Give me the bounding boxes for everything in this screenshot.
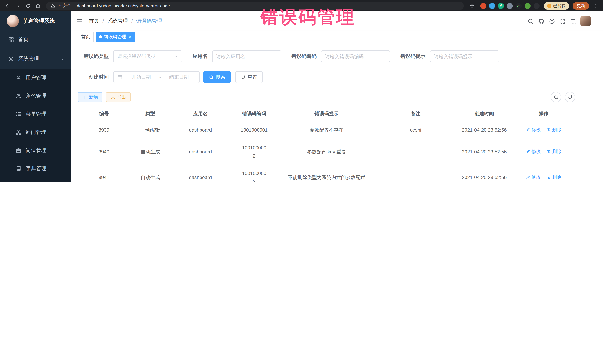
sidebar-item[interactable]: 通知公告: [0, 177, 70, 182]
cell-operations: 修改 删除: [512, 139, 575, 165]
table-header-cell: 类型: [130, 107, 171, 121]
edit-link[interactable]: 修改: [526, 173, 541, 181]
trash-icon: [547, 128, 551, 132]
bookmark-star-icon[interactable]: [468, 2, 476, 10]
header-action-icon[interactable]: [549, 18, 555, 24]
breadcrumb-item[interactable]: 首页 /: [89, 18, 107, 24]
update-button[interactable]: 更新: [573, 2, 589, 10]
sidebar-item[interactable]: 角色管理: [0, 87, 70, 105]
plus-icon: [82, 95, 87, 99]
cell-type: 手动编辑: [130, 121, 171, 139]
extension-icon[interactable]: [480, 3, 486, 9]
table-header-cell: 创建时间: [456, 107, 512, 121]
filter-row-2: 创建时间 开始日期 - 结束日期 搜索: [78, 71, 575, 83]
extension-icon[interactable]: V: [498, 3, 504, 9]
delete-link[interactable]: 删除: [547, 147, 561, 156]
add-button[interactable]: 新增: [78, 92, 103, 102]
cell-app: dashboard: [171, 121, 230, 139]
tab-active-dot: [99, 35, 102, 38]
start-date-placeholder: 开始日期: [125, 74, 158, 80]
header-action-icon[interactable]: [538, 18, 544, 24]
page-content: 错误码类型 请选择错误码类型 应用名 错误码编码: [70, 43, 603, 182]
sidebar-item[interactable]: 用户管理: [0, 69, 70, 87]
sidebar-item[interactable]: 岗位管理: [0, 141, 70, 159]
date-range-picker[interactable]: 开始日期 - 结束日期: [113, 71, 200, 83]
sidebar-item-icon: [8, 56, 14, 62]
sidebar-item-label: 字典管理: [26, 165, 46, 172]
sidebar-item[interactable]: 系统管理: [0, 49, 70, 69]
export-button[interactable]: 导出: [106, 92, 131, 102]
refresh-icon: [241, 75, 246, 79]
delete-link[interactable]: 删除: [547, 126, 561, 134]
header-action-icon[interactable]: [560, 18, 566, 24]
breadcrumb-label: 系统管理: [107, 18, 128, 24]
delete-link[interactable]: 删除: [547, 173, 561, 181]
edit-link[interactable]: 修改: [526, 147, 541, 156]
browser-chrome: 不安全 dashboard.yudao.iocoder.cn/system/er…: [0, 0, 603, 11]
error-code-input[interactable]: [321, 50, 390, 62]
browser-nav-icon[interactable]: [4, 2, 12, 10]
extension-icon[interactable]: [524, 3, 531, 9]
sidebar-item-icon: [16, 75, 22, 81]
show-search-button[interactable]: [551, 92, 561, 102]
sidebar-item[interactable]: 部门管理: [0, 123, 70, 141]
search-button[interactable]: 搜索: [203, 71, 231, 83]
breadcrumb-item[interactable]: 错误码管理 /: [136, 18, 162, 24]
pencil-icon: [526, 149, 530, 154]
view-tab[interactable]: 首页 ×: [78, 32, 93, 42]
extension-icon[interactable]: [507, 3, 513, 9]
sidebar-menu: 首页 系统管理 用户管理 角色管理: [0, 30, 70, 182]
cell-app: dashboard: [171, 139, 230, 165]
error-type-label: 错误码类型: [78, 53, 109, 60]
profile-paused-badge[interactable]: 已暂停: [544, 2, 569, 10]
trash-icon: [547, 175, 551, 179]
cell-remark: ceshi: [375, 121, 456, 139]
error-hint-input[interactable]: [430, 50, 499, 62]
reset-button[interactable]: 重置: [235, 71, 263, 83]
extension-icon[interactable]: on: [516, 3, 522, 9]
trash-icon: [547, 149, 551, 154]
screen: 不安全 dashboard.yudao.iocoder.cn/system/er…: [0, 0, 603, 182]
more-vertical-icon[interactable]: [591, 2, 599, 10]
search-icon: [554, 95, 558, 99]
sidebar-item-icon: [16, 147, 22, 153]
sidebar-item-icon: [16, 165, 22, 171]
table-row: 3939 手动编辑 dashboard 1001000001 参数配置不存在 c…: [78, 121, 575, 139]
address-bar[interactable]: 不安全 dashboard.yudao.iocoder.cn/system/er…: [46, 2, 464, 10]
refresh-table-button[interactable]: [565, 92, 575, 102]
view-tab[interactable]: 错误码管理 ×: [96, 32, 135, 42]
caret-down-icon[interactable]: [592, 19, 596, 23]
app-name-input[interactable]: [212, 50, 281, 62]
table-header-cell: 错误码提示: [278, 107, 375, 121]
sidebar-item[interactable]: 字典管理: [0, 159, 70, 177]
extension-icon[interactable]: [489, 3, 495, 9]
breadcrumb-separator: /: [131, 18, 133, 24]
extension-icon[interactable]: [533, 3, 539, 9]
user-avatar[interactable]: [580, 16, 591, 26]
close-tab-icon[interactable]: ×: [129, 34, 132, 39]
sidebar-item[interactable]: 菜单管理: [0, 105, 70, 123]
header-action-icon[interactable]: [527, 18, 533, 24]
table-row: 3940 自动生成 dashboard 100100000 2 参数配置 key…: [78, 139, 575, 165]
header-action-icon[interactable]: [570, 18, 577, 24]
browser-nav-icon[interactable]: [34, 2, 42, 10]
browser-nav-icon[interactable]: [24, 2, 32, 10]
tab-label: 错误码管理: [104, 33, 126, 40]
cell-type: 自动生成: [130, 139, 171, 165]
table-header-cell: 应用名: [171, 107, 230, 121]
cell-time: 2021-04-20 23:52:56: [456, 165, 512, 182]
logo-avatar: [7, 15, 19, 27]
hamburger-icon[interactable]: [76, 18, 83, 24]
sidebar-item-icon: [16, 111, 22, 117]
breadcrumb-item[interactable]: 系统管理 /: [107, 18, 136, 24]
security-label[interactable]: 不安全: [58, 3, 71, 9]
sidebar: 芋道管理系统 首页 系统管理 用户管理: [0, 11, 70, 182]
error-code-table: 编号类型应用名错误码编码错误码提示备注创建时间操作 3939 手动编辑 dash…: [78, 107, 575, 182]
browser-nav-icon[interactable]: [14, 2, 22, 10]
sidebar-item-icon: [8, 37, 14, 43]
cell-operations: 修改 删除: [512, 165, 575, 182]
table-row: 3941 自动生成 dashboard 100100000 3 不能删除类型为系…: [78, 165, 575, 182]
sidebar-item[interactable]: 首页: [0, 30, 70, 49]
edit-link[interactable]: 修改: [526, 126, 541, 134]
error-type-select[interactable]: 请选择错误码类型: [113, 50, 182, 62]
